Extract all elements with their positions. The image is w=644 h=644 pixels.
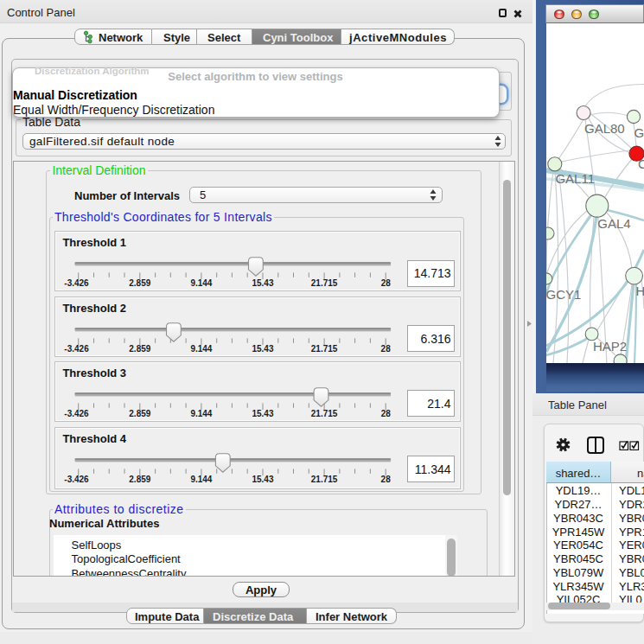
svg-text:21.715: 21.715: [311, 409, 338, 418]
svg-text:GCY1: GCY1: [546, 287, 581, 302]
svg-text:9.144: 9.144: [191, 343, 213, 353]
svg-text:15.43: 15.43: [252, 409, 274, 418]
svg-text:-3.426: -3.426: [65, 475, 90, 484]
svg-text:GAL4: GAL4: [597, 216, 630, 231]
svg-text:15.43: 15.43: [252, 278, 274, 288]
svg-text:HAP2: HAP2: [593, 339, 627, 354]
svg-text:H: H: [636, 284, 644, 298]
svg-text:28: 28: [381, 409, 392, 418]
svg-text:21.715: 21.715: [311, 343, 338, 353]
svg-text:2.859: 2.859: [130, 278, 151, 288]
svg-text:GA: GA: [634, 125, 644, 140]
svg-text:-3.426: -3.426: [65, 278, 90, 288]
svg-text:9.144: 9.144: [191, 278, 213, 288]
svg-text:2.859: 2.859: [130, 475, 151, 484]
svg-text:28: 28: [381, 343, 392, 353]
svg-text:28: 28: [381, 475, 392, 484]
svg-text:-3.426: -3.426: [65, 409, 90, 418]
svg-text:9.144: 9.144: [191, 475, 213, 484]
svg-text:GAL11: GAL11: [555, 171, 595, 186]
svg-text:GAL80: GAL80: [584, 121, 625, 136]
svg-text:15.43: 15.43: [252, 343, 274, 353]
svg-text:21.715: 21.715: [311, 278, 338, 288]
svg-text:21.715: 21.715: [311, 475, 338, 484]
svg-text:9.144: 9.144: [191, 409, 213, 418]
svg-text:15.43: 15.43: [252, 475, 274, 484]
svg-text:2.859: 2.859: [130, 409, 151, 418]
svg-text:CY: CY: [638, 156, 644, 171]
svg-text:28: 28: [381, 278, 392, 288]
svg-text:2.859: 2.859: [130, 343, 151, 353]
svg-text:-3.426: -3.426: [65, 343, 90, 353]
